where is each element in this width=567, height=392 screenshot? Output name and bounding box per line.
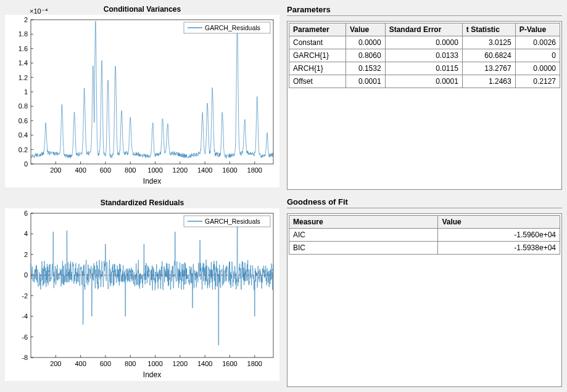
svg-text:800: 800 — [125, 166, 136, 174]
svg-text:2: 2 — [24, 251, 28, 258]
svg-text:1600: 1600 — [222, 360, 237, 367]
svg-text:1800: 1800 — [247, 166, 262, 174]
table-row: ARCH{1}0.15320.011513.27670.0000 — [289, 62, 560, 75]
svg-text:1400: 1400 — [197, 166, 212, 174]
svg-text:0.6: 0.6 — [19, 117, 28, 125]
svg-text:1.4: 1.4 — [19, 59, 28, 67]
svg-text:2: 2 — [24, 16, 28, 23]
svg-text:1.6: 1.6 — [19, 45, 28, 52]
col-se: Standard Error — [385, 23, 462, 36]
svg-text:0.2: 0.2 — [19, 146, 28, 153]
conditional-variances-chart: ×10⁻⁴ Conditional Variances 00.20.40.60.… — [5, 5, 279, 194]
svg-text:1: 1 — [24, 88, 28, 96]
divider — [287, 15, 562, 16]
svg-text:GARCH_Residuals: GARCH_Residuals — [205, 24, 260, 31]
gof-table-wrap: Measure Value AIC-1.5960e+04BIC-1.5938e+… — [287, 213, 562, 387]
divider — [287, 208, 562, 208]
svg-text:-4: -4 — [22, 312, 28, 320]
svg-text:1.8: 1.8 — [19, 30, 28, 38]
table-row: BIC-1.5938e+04 — [289, 242, 560, 255]
svg-text:1.2: 1.2 — [19, 74, 28, 81]
col-measure: Measure — [289, 216, 438, 229]
parameters-title: Parameters — [287, 5, 562, 14]
svg-text:GARCH_Residuals: GARCH_Residuals — [205, 218, 260, 225]
svg-text:-2: -2 — [22, 292, 28, 300]
gof-table: Measure Value AIC-1.5960e+04BIC-1.5938e+… — [289, 215, 560, 255]
svg-text:6: 6 — [24, 210, 28, 217]
col-pvalue: P-Value — [515, 23, 560, 36]
svg-text:400: 400 — [75, 166, 86, 174]
col-value: Value — [346, 23, 385, 36]
svg-text:1200: 1200 — [173, 360, 188, 367]
svg-text:-6: -6 — [22, 333, 28, 341]
svg-text:200: 200 — [50, 166, 61, 174]
parameters-table-wrap: Parameter Value Standard Error t Statist… — [287, 21, 562, 190]
svg-text:0: 0 — [24, 271, 28, 279]
svg-text:0.8: 0.8 — [19, 102, 28, 110]
y-exponent-label: ×10⁻⁴ — [30, 7, 48, 15]
svg-text:600: 600 — [100, 166, 111, 174]
chart-title-2: Standardized Residuals — [5, 198, 279, 207]
svg-text:0.4: 0.4 — [19, 131, 28, 139]
parameters-table: Parameter Value Standard Error t Statist… — [289, 23, 560, 88]
svg-text:1800: 1800 — [247, 360, 262, 367]
svg-text:800: 800 — [125, 360, 136, 367]
svg-text:400: 400 — [75, 360, 86, 367]
table-row: GARCH{1}0.80600.013360.68240 — [289, 49, 560, 62]
col-parameter: Parameter — [289, 23, 346, 36]
col-tstat: t Statistic — [462, 23, 515, 36]
svg-text:4: 4 — [24, 230, 28, 237]
svg-text:1400: 1400 — [197, 360, 212, 367]
col-value: Value — [438, 216, 560, 229]
chart1-svg: 00.20.40.60.811.21.41.61.822004006008001… — [5, 15, 279, 187]
table-row: Constant0.00000.00003.01250.0026 — [289, 36, 560, 49]
svg-text:-8: -8 — [22, 354, 28, 361]
table-row: AIC-1.5960e+04 — [289, 229, 560, 242]
gof-title: Goodness of Fit — [287, 197, 562, 206]
svg-text:200: 200 — [50, 360, 61, 367]
table-row: Offset0.00010.00011.24630.2127 — [289, 75, 560, 88]
svg-text:1000: 1000 — [147, 166, 162, 174]
svg-text:Index: Index — [143, 370, 161, 379]
svg-text:0: 0 — [24, 160, 28, 168]
svg-text:Index: Index — [143, 177, 161, 186]
svg-text:1600: 1600 — [222, 166, 237, 174]
chart2-svg: -8-6-4-202462004006008001000120014001600… — [5, 208, 279, 381]
svg-text:600: 600 — [100, 360, 111, 367]
svg-text:1200: 1200 — [173, 166, 188, 174]
svg-text:1000: 1000 — [147, 360, 162, 367]
standardized-residuals-chart: Standardized Residuals -8-6-4-2024620040… — [5, 198, 279, 387]
